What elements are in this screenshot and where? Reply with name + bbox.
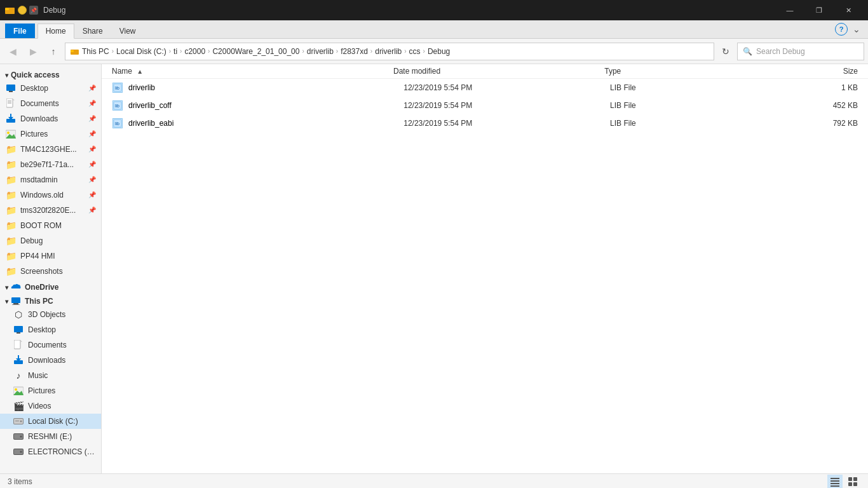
tab-file[interactable]: File: [5, 24, 35, 38]
svg-rect-50: [853, 477, 857, 481]
sidebar-item-debug[interactable]: 📁 Debug: [0, 233, 101, 248]
forward-button[interactable]: ▶: [24, 43, 42, 60]
col-header-name[interactable]: Name ▲: [112, 67, 393, 76]
path-c[interactable]: Local Disk (C:): [116, 47, 166, 56]
sidebar-item-reshmi[interactable]: RESHMI (E:): [0, 429, 101, 444]
refresh-button[interactable]: ↻: [717, 43, 735, 60]
details-view-button[interactable]: [827, 475, 843, 489]
sidebar-item-pictures[interactable]: Pictures 📌: [0, 126, 101, 142]
path-c2000[interactable]: c2000: [184, 47, 205, 56]
path-ccs[interactable]: ccs: [409, 47, 421, 56]
sidebar-item-documents[interactable]: Documents 📌: [0, 96, 101, 111]
sidebar-item-desktop[interactable]: Desktop 📌: [0, 81, 101, 96]
sidebar-item-screenshots[interactable]: 📁 Screenshots: [0, 264, 101, 279]
path-sep-8: ›: [404, 48, 406, 55]
sidebar-item-downloads-pc[interactable]: Downloads: [0, 353, 101, 368]
onedrive-label: OneDrive: [25, 283, 58, 292]
search-placeholder: Search Debug: [756, 47, 805, 56]
table-row[interactable]: lib driverlib_eabi 12/23/2019 5:54 PM LI…: [102, 114, 868, 132]
sidebar-item-3dobjects[interactable]: ⬡ 3D Objects: [0, 307, 101, 322]
tab-home[interactable]: Home: [37, 24, 74, 39]
be29-folder-icon: 📁: [5, 159, 17, 170]
path-f2837xd[interactable]: f2837xd: [341, 47, 368, 56]
path-c2000ware[interactable]: C2000Ware_2_01_00_00: [212, 47, 299, 56]
sidebar-item-pp44hmi[interactable]: 📁 PP44 HMI: [0, 248, 101, 264]
onedrive-header[interactable]: ▾ OneDrive: [0, 279, 101, 293]
path-debug[interactable]: Debug: [428, 47, 450, 56]
sidebar-item-videos[interactable]: 🎬 Videos: [0, 398, 101, 414]
sidebar-desktop-pc-label: Desktop: [28, 325, 96, 334]
col-header-type[interactable]: Type: [604, 67, 745, 76]
path-ti[interactable]: ti: [173, 47, 177, 56]
svg-text:lib: lib: [115, 86, 119, 90]
svg-rect-20: [17, 332, 20, 334]
desktop-icon: [5, 83, 17, 94]
bootrom-folder-icon: 📁: [5, 220, 17, 231]
svg-rect-17: [13, 303, 18, 304]
path-driverlib2[interactable]: driverlib: [375, 47, 402, 56]
svg-rect-1: [5, 8, 9, 10]
path-driverlib1[interactable]: driverlib: [307, 47, 334, 56]
sidebar-item-desktop-pc[interactable]: Desktop: [0, 322, 101, 337]
app-icon: [5, 5, 15, 15]
svg-rect-5: [9, 91, 13, 92]
large-icons-view-icon: [848, 477, 858, 487]
pin-icon-desktop: 📌: [88, 85, 96, 92]
music-icon: ♪: [13, 370, 24, 381]
sidebar-item-tms320[interactable]: 📁 tms320f2820E... 📌: [0, 203, 101, 218]
minimize-button[interactable]: —: [775, 0, 804, 20]
title-bar: 📌 Debug — ❐ ✕: [0, 0, 868, 20]
documents-icon: [5, 98, 17, 109]
title-bar-icons: 📌: [5, 5, 38, 15]
sidebar-item-downloads-quick[interactable]: Downloads 📌: [0, 111, 101, 126]
address-path[interactable]: This PC › Local Disk (C:) › ti › c2000 ›…: [65, 43, 714, 60]
svg-marker-7: [13, 98, 15, 100]
thispc-header[interactable]: ▾ This PC: [0, 293, 101, 307]
table-row[interactable]: lib driverlib 12/23/2019 5:54 PM LIB Fil…: [102, 79, 868, 97]
tab-view[interactable]: View: [111, 24, 144, 38]
path-sep-6: ›: [336, 48, 338, 55]
svg-rect-19: [14, 326, 23, 332]
3dobjects-icon: ⬡: [13, 309, 24, 320]
large-icons-view-button[interactable]: [845, 475, 860, 489]
path-sep-1: ›: [112, 48, 114, 55]
lib-file-icon-coff: lib: [112, 100, 123, 111]
svg-point-38: [20, 451, 22, 453]
tab-share[interactable]: Share: [74, 24, 111, 38]
lib-file-icon-eabi: lib: [112, 118, 123, 128]
pin-icon-be29: 📌: [88, 161, 96, 168]
sidebar-item-tm4c[interactable]: 📁 TM4C123GHE... 📌: [0, 142, 101, 157]
sidebar-downloads-label-quick: Downloads: [20, 114, 88, 123]
svg-rect-3: [71, 50, 74, 52]
sidebar-item-windowsold[interactable]: 📁 Windows.old 📌: [0, 187, 101, 203]
sidebar-item-bootrom[interactable]: 📁 BOOT ROM: [0, 218, 101, 233]
details-view-icon: [830, 477, 840, 487]
table-row[interactable]: lib driverlib_coff 12/23/2019 5:54 PM LI…: [102, 97, 868, 114]
sidebar-item-msdtadmin[interactable]: 📁 msdtadmin 📌: [0, 172, 101, 187]
svg-rect-4: [6, 85, 15, 91]
sidebar-item-electronics[interactable]: ELECTRONICS (F:): [0, 444, 101, 459]
sidebar-item-localdisk[interactable]: Local Disk (C:): [0, 414, 101, 429]
close-button[interactable]: ✕: [834, 0, 863, 20]
main-layout: ▾ Quick access Desktop 📌 Documents 📌 Dow…: [0, 64, 868, 473]
path-thispc[interactable]: This PC: [82, 47, 109, 56]
screenshots-folder-icon: 📁: [5, 266, 17, 277]
sidebar-item-music[interactable]: ♪ Music: [0, 368, 101, 383]
quick-access-header[interactable]: ▾ Quick access: [0, 67, 101, 81]
ribbon-expand-button[interactable]: ⌄: [850, 23, 863, 36]
sidebar-desktop-label: Desktop: [20, 84, 88, 93]
sidebar-item-be29[interactable]: 📁 be29e7f1-71a... 📌: [0, 157, 101, 172]
pin-icon-msdtadmin: 📌: [88, 176, 96, 184]
pin-icon-documents: 📌: [88, 100, 96, 107]
sidebar-item-pictures-pc[interactable]: Pictures: [0, 383, 101, 398]
col-header-date[interactable]: Date modified: [393, 67, 604, 76]
search-bar[interactable]: 🔍 Search Debug: [737, 43, 864, 60]
up-button[interactable]: ↑: [44, 43, 62, 60]
back-button[interactable]: ◀: [4, 43, 22, 60]
col-header-size[interactable]: Size: [745, 67, 858, 76]
maximize-button[interactable]: ❐: [804, 0, 834, 20]
thispc-icon: [11, 297, 21, 306]
sidebar-item-documents-pc[interactable]: Documents: [0, 337, 101, 353]
help-button[interactable]: ?: [835, 23, 848, 36]
svg-rect-25: [18, 355, 19, 360]
